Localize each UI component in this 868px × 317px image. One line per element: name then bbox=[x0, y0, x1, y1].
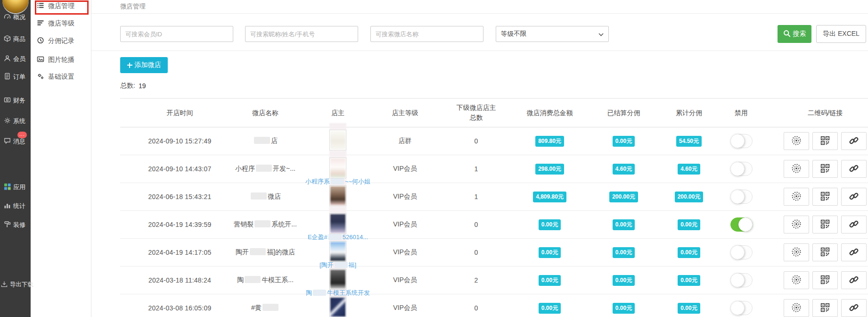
header-cumulative-commission: 累计分佣 bbox=[661, 108, 717, 118]
settled-commission-badge: 0.00元 bbox=[613, 247, 635, 258]
link-button[interactable] bbox=[841, 160, 867, 178]
minicode-button[interactable] bbox=[784, 243, 809, 261]
sidebar-item-system[interactable]: 系统 bbox=[0, 117, 31, 125]
sidebar-item-finance[interactable]: 财务 bbox=[0, 96, 31, 105]
redacted-text bbox=[254, 137, 270, 144]
add-store-button[interactable]: 添加微店 bbox=[120, 57, 168, 73]
link-button[interactable] bbox=[841, 243, 867, 261]
stores-table: 开店时间 微店名称 店主 店主等级 下级微店店主总数 微店消费总金额 已结算分佣… bbox=[120, 98, 868, 317]
qr-link-actions bbox=[782, 216, 868, 234]
minicode-button[interactable] bbox=[784, 216, 809, 234]
owner-link[interactable]: 陶牛模王系统开发 bbox=[306, 289, 370, 297]
disable-toggle[interactable] bbox=[730, 273, 753, 287]
qrcode-button[interactable] bbox=[812, 216, 838, 234]
qrcode-button[interactable] bbox=[812, 160, 838, 178]
sub-store-count: 0 bbox=[440, 221, 513, 228]
link-icon bbox=[849, 135, 859, 147]
link-icon bbox=[849, 219, 859, 231]
qrcode-button[interactable] bbox=[812, 271, 838, 289]
link-button[interactable] bbox=[841, 299, 867, 317]
qr-link-actions bbox=[782, 132, 868, 150]
qrcode-button[interactable] bbox=[812, 188, 838, 206]
owner-cell: #黄锡周~腾信集团小 bbox=[305, 294, 370, 317]
stats-icon bbox=[4, 202, 11, 210]
open-time: 2024-03-08 16:05:09 bbox=[120, 304, 225, 312]
export-excel-button[interactable]: 导出 EXCEL bbox=[816, 25, 866, 43]
finance-icon bbox=[4, 96, 11, 105]
minicode-icon bbox=[791, 135, 802, 147]
store-name: 陶牛模王系... bbox=[225, 276, 305, 284]
disable-toggle[interactable] bbox=[730, 245, 753, 259]
owner-link[interactable]: E企盈#526014... bbox=[308, 233, 368, 242]
app-logo bbox=[2, 0, 29, 13]
link-button[interactable] bbox=[841, 132, 867, 150]
redacted-text bbox=[256, 165, 272, 172]
qrcode-button[interactable] bbox=[812, 132, 838, 150]
owner-level: 店群 bbox=[370, 137, 440, 145]
levels-icon bbox=[37, 19, 44, 28]
qrcode-button[interactable] bbox=[812, 243, 838, 261]
sidebar-item-goods[interactable]: 商品 bbox=[0, 35, 31, 43]
sidebar-item-apps[interactable]: 应用 bbox=[0, 183, 31, 192]
cumulative-commission-badge: 0.00元 bbox=[678, 275, 700, 286]
sidebar-item-export-download[interactable]: 导出下载 bbox=[0, 280, 31, 289]
qrcode-button[interactable] bbox=[812, 299, 838, 317]
disable-toggle[interactable] bbox=[730, 190, 753, 204]
link-button[interactable] bbox=[841, 216, 867, 234]
sub-store-count: 0 bbox=[440, 249, 513, 256]
owner-level: VIP会员 bbox=[370, 304, 440, 312]
qrcode-icon bbox=[820, 303, 830, 314]
settled-commission-badge: 0.00元 bbox=[613, 219, 635, 230]
sidebar-item-messages[interactable]: 消息 bbox=[0, 137, 31, 146]
sidebar-item-overview[interactable]: 概况 bbox=[0, 13, 31, 22]
disable-toggle[interactable] bbox=[730, 162, 753, 176]
settled-commission-badge: 4.60元 bbox=[613, 164, 635, 175]
table-row: 2024-09-10 15:27:49 店 店群 0 809.80元 0.00元… bbox=[120, 127, 868, 155]
disable-toggle[interactable] bbox=[730, 217, 753, 232]
qrcode-icon bbox=[820, 192, 830, 202]
toggle-knob bbox=[730, 162, 745, 176]
minicode-button[interactable] bbox=[784, 271, 809, 289]
owner-avatar bbox=[329, 158, 346, 178]
minicode-icon bbox=[791, 219, 802, 231]
nickname-input[interactable] bbox=[245, 26, 358, 42]
search-button[interactable]: 搜索 bbox=[778, 25, 811, 43]
minicode-button[interactable] bbox=[784, 160, 809, 178]
minicode-button[interactable] bbox=[784, 299, 809, 317]
submenu-item-commission-records[interactable]: 分佣记录 bbox=[31, 35, 91, 47]
minicode-button[interactable] bbox=[784, 188, 809, 206]
disable-toggle[interactable] bbox=[730, 134, 753, 148]
link-button[interactable] bbox=[841, 271, 867, 289]
header-store-name: 微店名称 bbox=[225, 108, 305, 118]
total-amount-badge: 0.00元 bbox=[539, 303, 561, 314]
submenu-item-store-level[interactable]: 微店等级 bbox=[31, 17, 91, 30]
owner-cell: 小程序系~~何小姐 bbox=[305, 155, 370, 183]
header-qrcode-link: 二维码/链接 bbox=[782, 108, 868, 118]
minicode-icon bbox=[791, 302, 802, 314]
cumulative-commission-badge: 54.50元 bbox=[676, 136, 702, 147]
sidebar-item-decorate[interactable]: 装修 bbox=[0, 221, 31, 229]
submenu-item-basic-settings[interactable]: 基础设置 bbox=[31, 71, 91, 83]
header-disable: 禁用 bbox=[717, 108, 782, 118]
sidebar-item-orders[interactable]: 订单 bbox=[0, 73, 31, 81]
owner-level: VIP会员 bbox=[370, 192, 440, 201]
disable-toggle[interactable] bbox=[730, 301, 753, 315]
submenu-item-store-management[interactable]: 微店管理 bbox=[31, 0, 91, 12]
store-name-input[interactable] bbox=[370, 26, 483, 42]
owner-link[interactable]: [陶开福] bbox=[319, 261, 356, 269]
main-content: 微店管理 等级不限 搜索 导出 EXCEL 添加微店 总数: 19 开店时间 微… bbox=[91, 0, 868, 317]
qrcode-icon bbox=[820, 164, 830, 175]
submenu-item-image-carousel[interactable]: 图片轮播 bbox=[31, 54, 91, 66]
table-body: 2024-09-10 15:27:49 店 店群 0 809.80元 0.00元… bbox=[120, 127, 868, 317]
sidebar-item-members[interactable]: 会员 bbox=[0, 55, 31, 63]
minicode-icon bbox=[791, 163, 802, 175]
minicode-button[interactable] bbox=[784, 132, 809, 150]
store-submenu: 微店管理 微店等级 分佣记录 图片轮播 基础设置 bbox=[31, 0, 91, 317]
sidebar-item-stats[interactable]: 统计 bbox=[0, 202, 31, 210]
cumulative-commission-badge: 0.00元 bbox=[678, 247, 700, 258]
owner-link[interactable]: 小程序系~~何小姐 bbox=[305, 177, 370, 186]
link-button[interactable] bbox=[841, 188, 867, 206]
minicode-icon bbox=[791, 275, 802, 286]
member-id-input[interactable] bbox=[120, 26, 233, 42]
level-select[interactable]: 等级不限 bbox=[496, 26, 609, 42]
